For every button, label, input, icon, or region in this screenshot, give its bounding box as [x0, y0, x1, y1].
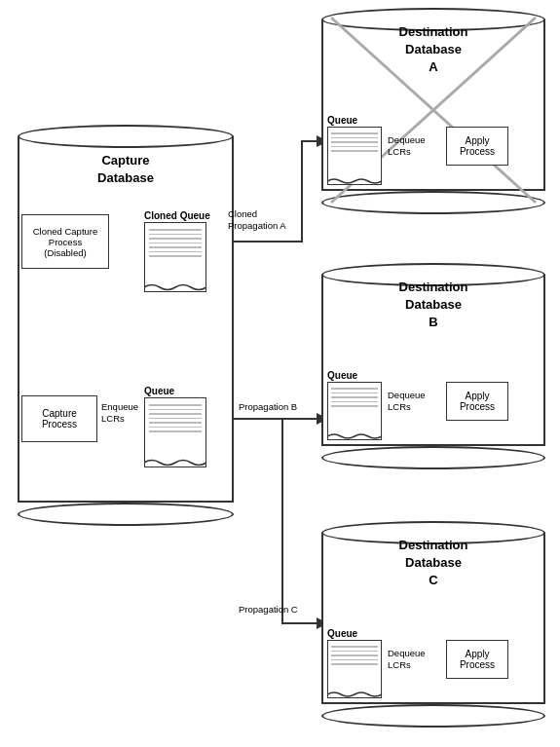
dest-a-cylinder: Destination Database A Queue Dequeue LCR… — [321, 8, 545, 203]
cloned-queue-label: Cloned Queue — [144, 210, 210, 221]
dequeue-lcrs-a-label: Dequeue LCRs — [388, 134, 426, 159]
cloned-queue-doc — [144, 222, 206, 292]
prop-c-label: Propagation C — [239, 604, 298, 615]
cloned-capture-process-box: Cloned Capture Process (Disabled) — [21, 214, 109, 269]
queue-c-doc — [327, 640, 382, 698]
dest-b-label: Destination Database B — [321, 279, 545, 332]
dest-b-cylinder: Destination Database B Queue Dequeue LCR… — [321, 263, 545, 458]
dequeue-lcrs-b-label: Dequeue LCRs — [388, 390, 426, 414]
capture-process-box: Capture Process — [21, 395, 97, 442]
queue-c-label: Queue — [327, 628, 357, 639]
queue-b-doc — [327, 382, 382, 440]
dequeue-lcrs-c-label: Dequeue LCRs — [388, 648, 426, 672]
main-queue-doc — [144, 397, 206, 467]
dest-c-cylinder: Destination Database C Queue Dequeue LCR… — [321, 521, 545, 716]
apply-process-a-box: Apply Process — [446, 127, 508, 166]
apply-process-c-box: Apply Process — [446, 640, 508, 679]
prop-b-label: Propagation B — [239, 401, 297, 412]
dest-c-label: Destination Database C — [321, 537, 545, 590]
capture-db-label: Capture Database — [18, 152, 234, 187]
enqueue-lcrs-label: Enqueue LCRs — [101, 401, 138, 426]
queue-b-label: Queue — [327, 370, 357, 381]
diagram: Capture Database Cloned Capture Process … — [0, 0, 560, 747]
queue-a-doc — [327, 127, 382, 185]
cloned-prop-a-label: Cloned Propagation A — [228, 208, 286, 233]
queue-a-label: Queue — [327, 115, 357, 126]
main-queue-label: Queue — [144, 386, 174, 396]
apply-process-b-box: Apply Process — [446, 382, 508, 421]
